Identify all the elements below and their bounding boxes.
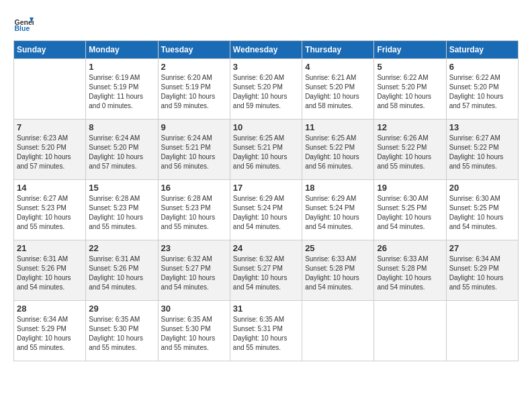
day-info: Sunrise: 6:33 AM Sunset: 5:28 PM Dayligh…: [305, 255, 371, 292]
daylight-text: Daylight: 10 hours and 55 minutes.: [377, 153, 431, 170]
day-info: Sunrise: 6:20 AM Sunset: 5:19 PM Dayligh…: [161, 73, 227, 111]
day-number: 21: [17, 243, 83, 253]
calendar-cell: 16 Sunrise: 6:28 AM Sunset: 5:23 PM Dayl…: [158, 180, 230, 240]
daylight-text: Daylight: 10 hours and 54 minutes.: [17, 274, 71, 291]
day-info: Sunrise: 6:29 AM Sunset: 5:24 PM Dayligh…: [233, 194, 299, 232]
sunset-text: Sunset: 5:20 PM: [89, 144, 138, 151]
sunrise-text: Sunrise: 6:29 AM: [233, 195, 284, 202]
day-info: Sunrise: 6:35 AM Sunset: 5:30 PM Dayligh…: [161, 315, 227, 353]
sunset-text: Sunset: 5:29 PM: [449, 265, 499, 272]
logo-icon: General Blue: [13, 13, 34, 34]
day-info: Sunrise: 6:20 AM Sunset: 5:20 PM Dayligh…: [233, 73, 299, 111]
sunset-text: Sunset: 5:31 PM: [233, 325, 283, 332]
sunset-text: Sunset: 5:21 PM: [161, 144, 211, 151]
daylight-text: Daylight: 10 hours and 57 minutes.: [89, 153, 143, 170]
day-number: 15: [89, 183, 154, 193]
day-number: 10: [233, 122, 299, 132]
calendar-cell: 19 Sunrise: 6:30 AM Sunset: 5:25 PM Dayl…: [374, 180, 446, 240]
day-info: Sunrise: 6:33 AM Sunset: 5:28 PM Dayligh…: [377, 255, 443, 292]
day-number: 17: [233, 183, 299, 193]
calendar-cell: 25 Sunrise: 6:33 AM Sunset: 5:28 PM Dayl…: [302, 240, 374, 301]
day-info: Sunrise: 6:22 AM Sunset: 5:20 PM Dayligh…: [377, 73, 443, 111]
daylight-text: Daylight: 10 hours and 58 minutes.: [377, 93, 431, 109]
sunrise-text: Sunrise: 6:32 AM: [161, 255, 212, 263]
calendar-week-row: 1 Sunrise: 6:19 AM Sunset: 5:19 PM Dayli…: [14, 59, 519, 120]
day-number: 31: [233, 304, 299, 314]
daylight-text: Daylight: 10 hours and 55 minutes.: [17, 334, 71, 351]
day-info: Sunrise: 6:31 AM Sunset: 5:26 PM Dayligh…: [89, 255, 154, 292]
day-info: Sunrise: 6:30 AM Sunset: 5:25 PM Dayligh…: [377, 194, 443, 232]
daylight-text: Daylight: 10 hours and 54 minutes.: [377, 274, 431, 291]
daylight-text: Daylight: 10 hours and 54 minutes.: [161, 274, 216, 291]
day-info: Sunrise: 6:19 AM Sunset: 5:19 PM Dayligh…: [89, 73, 154, 111]
sunrise-text: Sunrise: 6:27 AM: [17, 195, 68, 202]
sunrise-text: Sunrise: 6:30 AM: [449, 195, 500, 202]
calendar-cell: 30 Sunrise: 6:35 AM Sunset: 5:30 PM Dayl…: [158, 301, 230, 361]
sunrise-text: Sunrise: 6:25 AM: [233, 134, 284, 142]
sunset-text: Sunset: 5:23 PM: [89, 204, 138, 212]
day-info: Sunrise: 6:21 AM Sunset: 5:20 PM Dayligh…: [305, 73, 371, 111]
sunset-text: Sunset: 5:23 PM: [161, 204, 211, 212]
day-number: 28: [17, 304, 83, 314]
day-info: Sunrise: 6:26 AM Sunset: 5:22 PM Dayligh…: [377, 134, 443, 171]
calendar-cell: 11 Sunrise: 6:25 AM Sunset: 5:22 PM Dayl…: [302, 120, 374, 180]
calendar-cell: 31 Sunrise: 6:35 AM Sunset: 5:31 PM Dayl…: [230, 301, 302, 361]
weekday-header: Friday: [374, 41, 446, 59]
sunrise-text: Sunrise: 6:26 AM: [377, 134, 428, 142]
sunset-text: Sunset: 5:24 PM: [233, 204, 283, 212]
calendar-cell: 8 Sunrise: 6:24 AM Sunset: 5:20 PM Dayli…: [86, 120, 158, 180]
day-info: Sunrise: 6:22 AM Sunset: 5:20 PM Dayligh…: [449, 73, 515, 111]
day-number: 27: [449, 243, 515, 253]
sunrise-text: Sunrise: 6:35 AM: [89, 316, 140, 323]
day-number: 26: [377, 243, 443, 253]
calendar-cell: [302, 301, 374, 361]
daylight-text: Daylight: 10 hours and 54 minutes.: [233, 274, 287, 291]
sunset-text: Sunset: 5:20 PM: [377, 83, 427, 91]
sunrise-text: Sunrise: 6:31 AM: [89, 255, 140, 263]
daylight-text: Daylight: 11 hours and 0 minutes.: [89, 93, 143, 109]
sunrise-text: Sunrise: 6:24 AM: [161, 134, 212, 142]
calendar-cell: 1 Sunrise: 6:19 AM Sunset: 5:19 PM Dayli…: [86, 59, 158, 120]
sunset-text: Sunset: 5:27 PM: [161, 265, 211, 272]
day-number: 7: [17, 122, 83, 132]
day-info: Sunrise: 6:31 AM Sunset: 5:26 PM Dayligh…: [17, 255, 83, 292]
sunrise-text: Sunrise: 6:22 AM: [449, 74, 500, 81]
day-info: Sunrise: 6:30 AM Sunset: 5:25 PM Dayligh…: [449, 194, 515, 232]
sunrise-text: Sunrise: 6:33 AM: [377, 255, 428, 263]
daylight-text: Daylight: 10 hours and 56 minutes.: [233, 153, 287, 170]
calendar-cell: [446, 301, 518, 361]
sunrise-text: Sunrise: 6:32 AM: [233, 255, 284, 263]
sunset-text: Sunset: 5:28 PM: [377, 265, 427, 272]
day-number: 4: [305, 62, 371, 72]
weekday-header: Saturday: [446, 41, 518, 59]
day-number: 2: [161, 62, 227, 72]
weekday-header: Thursday: [302, 41, 374, 59]
page-header: General Blue: [13, 13, 519, 34]
calendar-table: SundayMondayTuesdayWednesdayThursdayFrid…: [13, 40, 519, 361]
day-info: Sunrise: 6:34 AM Sunset: 5:29 PM Dayligh…: [17, 315, 83, 353]
sunrise-text: Sunrise: 6:27 AM: [449, 134, 500, 142]
calendar-cell: [14, 59, 86, 120]
calendar-cell: 5 Sunrise: 6:22 AM Sunset: 5:20 PM Dayli…: [374, 59, 446, 120]
weekday-header: Sunday: [14, 41, 86, 59]
calendar-cell: 2 Sunrise: 6:20 AM Sunset: 5:19 PM Dayli…: [158, 59, 230, 120]
sunset-text: Sunset: 5:22 PM: [305, 144, 355, 151]
sunrise-text: Sunrise: 6:21 AM: [305, 74, 356, 81]
sunrise-text: Sunrise: 6:28 AM: [89, 195, 140, 202]
weekday-header-row: SundayMondayTuesdayWednesdayThursdayFrid…: [14, 41, 519, 59]
calendar-cell: 23 Sunrise: 6:32 AM Sunset: 5:27 PM Dayl…: [158, 240, 230, 301]
daylight-text: Daylight: 10 hours and 54 minutes.: [449, 214, 504, 230]
day-number: 18: [305, 183, 371, 193]
sunset-text: Sunset: 5:28 PM: [305, 265, 355, 272]
calendar-cell: 22 Sunrise: 6:31 AM Sunset: 5:26 PM Dayl…: [86, 240, 158, 301]
daylight-text: Daylight: 10 hours and 57 minutes.: [449, 93, 504, 109]
sunset-text: Sunset: 5:20 PM: [17, 144, 66, 151]
day-info: Sunrise: 6:27 AM Sunset: 5:23 PM Dayligh…: [17, 194, 83, 232]
day-number: 23: [161, 243, 227, 253]
daylight-text: Daylight: 10 hours and 55 minutes.: [233, 334, 287, 351]
day-info: Sunrise: 6:32 AM Sunset: 5:27 PM Dayligh…: [233, 255, 299, 292]
daylight-text: Daylight: 10 hours and 55 minutes.: [161, 214, 216, 230]
sunset-text: Sunset: 5:30 PM: [89, 325, 138, 332]
svg-text:Blue: Blue: [15, 24, 30, 32]
logo: General Blue: [13, 13, 34, 34]
